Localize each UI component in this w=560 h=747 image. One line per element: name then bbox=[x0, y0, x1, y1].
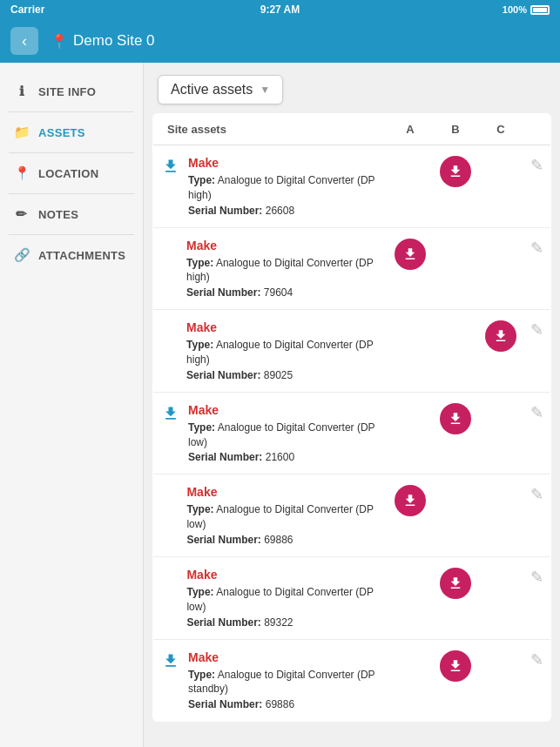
time-label: 9:27 AM bbox=[260, 3, 300, 16]
asset-edit-cell: ✎ bbox=[523, 392, 551, 474]
asset-cell-main: MakeType: Analogue to Digital Converter … bbox=[153, 145, 388, 228]
edit-icon[interactable]: ✎ bbox=[530, 651, 543, 669]
asset-cell-main: MakeType: Analogue to Digital Converter … bbox=[153, 474, 388, 557]
sidebar-item-notes[interactable]: ✏ NOTES bbox=[0, 194, 143, 234]
asset-serial-label: Serial Number: 69886 bbox=[186, 534, 381, 546]
folder-icon: 📁 bbox=[14, 124, 30, 140]
battery-icon bbox=[530, 5, 550, 15]
notes-icon: ✏ bbox=[14, 206, 30, 222]
assets-table-wrapper[interactable]: Site assets A B C MakeType: Analogue to … bbox=[144, 113, 560, 747]
back-button[interactable]: ‹ bbox=[10, 27, 38, 55]
col-b-download-btn[interactable] bbox=[440, 650, 471, 682]
asset-serial-label: Serial Number: 89322 bbox=[186, 616, 381, 629]
col-b-download-btn[interactable] bbox=[440, 156, 471, 187]
col-b-download-btn[interactable] bbox=[440, 403, 471, 434]
asset-edit-cell: ✎ bbox=[523, 474, 551, 557]
location-pin-icon: 📍 bbox=[51, 33, 68, 50]
asset-serial-label: Serial Number: 21600 bbox=[188, 451, 381, 463]
edit-icon[interactable]: ✎ bbox=[530, 486, 543, 503]
sidebar-item-site-info[interactable]: ℹ SITE INFO bbox=[0, 71, 143, 111]
asset-edit-cell: ✎ bbox=[523, 556, 551, 639]
asset-edit-cell: ✎ bbox=[523, 227, 551, 310]
back-arrow-icon: ‹ bbox=[22, 32, 27, 50]
col-b-download-btn[interactable] bbox=[440, 568, 471, 599]
download-left-icon[interactable] bbox=[162, 652, 181, 674]
sidebar-label-location: LOCATION bbox=[38, 167, 98, 180]
download-left-icon[interactable] bbox=[162, 158, 181, 179]
asset-cell-main: MakeType: Analogue to Digital Converter … bbox=[153, 310, 388, 393]
map-pin-icon: 📍 bbox=[14, 165, 30, 181]
col-header-action bbox=[523, 114, 551, 145]
col-a-download-btn[interactable] bbox=[395, 485, 426, 516]
asset-type-label: Type: Analogue to Digital Converter (DP … bbox=[186, 338, 381, 367]
asset-col-b bbox=[433, 639, 478, 722]
active-assets-label: Active assets bbox=[171, 82, 253, 98]
table-row: MakeType: Analogue to Digital Converter … bbox=[153, 556, 551, 639]
sidebar-label-assets: ASSETS bbox=[38, 126, 85, 139]
main-layout: ℹ SITE INFO 📁 ASSETS 📍 LOCATION ✏ NOTES … bbox=[0, 63, 560, 747]
asset-name-label[interactable]: Make bbox=[186, 320, 381, 334]
asset-col-b bbox=[433, 310, 478, 393]
asset-info: MakeType: Analogue to Digital Converter … bbox=[186, 568, 381, 629]
download-left-icon[interactable] bbox=[162, 405, 181, 427]
site-title-label: Demo Site 0 bbox=[73, 32, 155, 50]
asset-cell-main: MakeType: Analogue to Digital Converter … bbox=[153, 227, 388, 310]
col-a-download-btn[interactable] bbox=[395, 239, 426, 270]
sidebar-item-assets[interactable]: 📁 ASSETS bbox=[0, 112, 143, 152]
asset-serial-label: Serial Number: 26608 bbox=[188, 205, 381, 217]
asset-cell-main: MakeType: Analogue to Digital Converter … bbox=[153, 556, 388, 639]
table-row: MakeType: Analogue to Digital Converter … bbox=[153, 310, 551, 393]
asset-col-c bbox=[478, 145, 523, 228]
asset-serial-label: Serial Number: 79604 bbox=[186, 286, 381, 299]
asset-name-label[interactable]: Make bbox=[186, 485, 381, 499]
asset-info: MakeType: Analogue to Digital Converter … bbox=[186, 320, 381, 381]
status-bar: Carrier 9:27 AM 100% bbox=[0, 0, 560, 19]
asset-col-b bbox=[433, 474, 478, 557]
sidebar-item-attachments[interactable]: 🔗 ATTACHMENTS bbox=[0, 235, 143, 275]
asset-cell-main: MakeType: Analogue to Digital Converter … bbox=[153, 392, 388, 474]
asset-col-b bbox=[433, 227, 478, 310]
carrier-label: Carrier bbox=[10, 3, 44, 16]
asset-col-b bbox=[433, 145, 478, 228]
asset-serial-label: Serial Number: 89025 bbox=[186, 369, 381, 381]
asset-name-label[interactable]: Make bbox=[186, 239, 381, 252]
table-row: MakeType: Analogue to Digital Converter … bbox=[153, 474, 551, 557]
edit-icon[interactable]: ✎ bbox=[530, 404, 543, 421]
asset-name-label[interactable]: Make bbox=[188, 650, 381, 664]
col-header-a: A bbox=[388, 114, 433, 145]
table-row: MakeType: Analogue to Digital Converter … bbox=[153, 392, 551, 474]
edit-icon[interactable]: ✎ bbox=[530, 157, 543, 174]
col-header-b: B bbox=[433, 114, 478, 145]
asset-type-label: Type: Analogue to Digital Converter (DP … bbox=[186, 502, 381, 532]
edit-icon[interactable]: ✎ bbox=[530, 569, 543, 586]
asset-info: MakeType: Analogue to Digital Converter … bbox=[186, 485, 381, 546]
status-icons: 100% bbox=[503, 4, 550, 15]
assets-header: Active assets ▼ bbox=[144, 63, 560, 113]
asset-name-label[interactable]: Make bbox=[188, 156, 381, 170]
edit-icon[interactable]: ✎ bbox=[530, 321, 543, 339]
asset-edit-cell: ✎ bbox=[523, 145, 551, 228]
asset-col-c bbox=[478, 556, 523, 639]
dropdown-arrow-icon: ▼ bbox=[260, 84, 270, 96]
asset-info: MakeType: Analogue to Digital Converter … bbox=[186, 239, 381, 299]
table-row: MakeType: Analogue to Digital Converter … bbox=[153, 639, 551, 722]
sidebar-label-notes: NOTES bbox=[38, 208, 78, 221]
sidebar-item-location[interactable]: 📍 LOCATION bbox=[0, 153, 143, 193]
info-icon: ℹ bbox=[14, 84, 30, 99]
asset-col-c bbox=[478, 474, 523, 557]
battery-label: 100% bbox=[503, 4, 527, 15]
asset-col-b bbox=[433, 392, 478, 474]
asset-type-label: Type: Analogue to Digital Converter (DP … bbox=[186, 256, 381, 286]
asset-info: MakeType: Analogue to Digital Converter … bbox=[188, 156, 381, 217]
asset-name-label[interactable]: Make bbox=[188, 403, 381, 417]
asset-name-label[interactable]: Make bbox=[186, 568, 381, 582]
asset-col-c bbox=[478, 639, 523, 722]
col-c-download-btn[interactable] bbox=[485, 320, 516, 352]
edit-icon[interactable]: ✎ bbox=[530, 239, 543, 257]
sidebar-label-attachments: ATTACHMENTS bbox=[38, 249, 125, 262]
asset-type-label: Type: Analogue to Digital Converter (DP … bbox=[188, 173, 381, 203]
active-assets-tab[interactable]: Active assets ▼ bbox=[158, 75, 283, 104]
asset-col-a bbox=[388, 639, 433, 722]
asset-edit-cell: ✎ bbox=[523, 310, 551, 393]
asset-edit-cell: ✎ bbox=[523, 639, 551, 722]
